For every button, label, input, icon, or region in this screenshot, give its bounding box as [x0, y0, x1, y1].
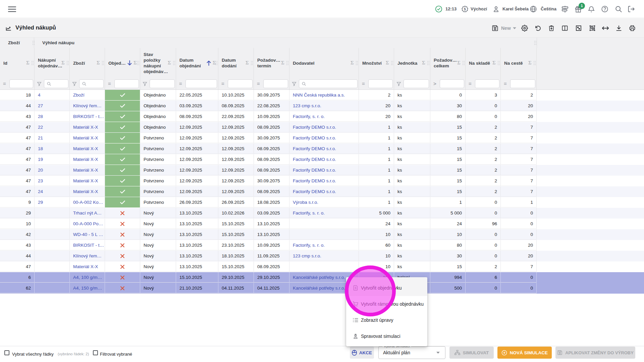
svg-text:$: $ — [464, 7, 466, 11]
